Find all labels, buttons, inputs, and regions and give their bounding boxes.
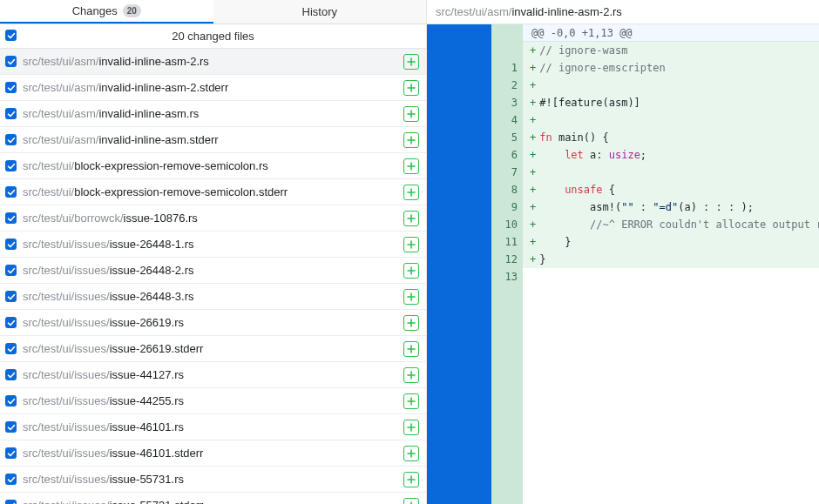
file-path: src/test/ui/issues/issue-44255.rs bbox=[23, 394, 397, 407]
file-path: src/test/ui/asm/invalid-inline-asm.stder… bbox=[23, 133, 397, 146]
line-number: 2 bbox=[491, 77, 523, 94]
file-row[interactable]: src/test/ui/issues/issue-26448-3.rs bbox=[0, 284, 426, 310]
file-row[interactable]: src/test/ui/issues/issue-26448-2.rs bbox=[0, 258, 426, 284]
file-row[interactable]: src/test/ui/issues/issue-46101.stderr bbox=[0, 440, 426, 467]
tab-changes[interactable]: Changes 20 bbox=[0, 0, 213, 24]
file-row[interactable]: src/test/ui/asm/invalid-inline-asm.stder… bbox=[0, 127, 426, 153]
added-file-icon bbox=[403, 393, 419, 409]
file-path: src/test/ui/asm/invalid-inline-asm-2.std… bbox=[23, 81, 397, 94]
line-number: 4 bbox=[491, 111, 523, 129]
tabs: Changes 20 History bbox=[0, 0, 426, 24]
summary-row: 20 changed files bbox=[0, 24, 426, 49]
file-checkbox[interactable] bbox=[5, 317, 17, 328]
line-number: 13 bbox=[491, 268, 523, 286]
added-file-icon bbox=[403, 106, 419, 122]
file-checkbox[interactable] bbox=[5, 186, 17, 198]
file-checkbox[interactable] bbox=[5, 447, 17, 459]
summary-text: 20 changed files bbox=[172, 30, 254, 43]
old-line-gutter bbox=[427, 24, 460, 504]
file-row[interactable]: src/test/ui/borrowck/issue-10876.rs bbox=[0, 205, 426, 232]
tab-history[interactable]: History bbox=[213, 0, 427, 24]
diff-line-added: + unsafe { bbox=[523, 181, 819, 198]
file-path: src/test/ui/asm/invalid-inline-asm-2.rs bbox=[23, 55, 397, 68]
file-checkbox[interactable] bbox=[5, 108, 17, 119]
file-checkbox[interactable] bbox=[5, 291, 17, 302]
select-all-checkbox[interactable] bbox=[5, 30, 17, 41]
file-row[interactable]: src/test/ui/issues/issue-26619.rs bbox=[0, 310, 426, 336]
file-path: src/test/ui/asm/invalid-inline-asm.rs bbox=[23, 107, 397, 120]
diff-view[interactable]: 12345678910111213 @@ -0,0 +1,13 @@+// ig… bbox=[427, 24, 819, 504]
file-row[interactable]: src/test/ui/asm/invalid-inline-asm-2.rs bbox=[0, 49, 426, 75]
added-file-icon bbox=[403, 315, 419, 331]
file-row[interactable]: src/test/ui/block-expression-remove-semi… bbox=[0, 153, 426, 179]
added-file-icon bbox=[403, 211, 419, 226]
added-file-icon bbox=[403, 237, 419, 252]
diff-line-added: + bbox=[523, 164, 819, 181]
open-file-dir: src/test/ui/asm/ bbox=[436, 5, 511, 18]
line-number: 11 bbox=[491, 233, 523, 251]
file-path: src/test/ui/issues/issue-26448-3.rs bbox=[23, 290, 397, 303]
file-path: src/test/ui/issues/issue-46101.stderr bbox=[23, 447, 397, 460]
file-checkbox[interactable] bbox=[5, 369, 17, 380]
diff-line-added: + asm!("" : "=d"(a) : : : ); bbox=[523, 198, 819, 216]
added-file-icon bbox=[403, 158, 419, 174]
diff-line-added: + bbox=[523, 111, 819, 129]
line-number: 7 bbox=[491, 164, 523, 181]
file-checkbox[interactable] bbox=[5, 56, 17, 67]
added-file-icon bbox=[403, 498, 419, 505]
line-number: 10 bbox=[491, 216, 523, 233]
file-path: src/test/ui/issues/issue-26619.rs bbox=[23, 316, 397, 329]
diff-line-added: + } bbox=[523, 233, 819, 251]
file-row[interactable]: src/test/ui/issues/issue-55731.rs bbox=[0, 467, 426, 493]
diff-line-added: +fn main() { bbox=[523, 129, 819, 146]
file-path: src/test/ui/issues/issue-26619.stderr bbox=[23, 342, 397, 355]
file-path: src/test/ui/issues/issue-55731.rs bbox=[23, 473, 397, 486]
diff-line-added: +// ignore-wasm bbox=[523, 42, 819, 59]
open-file-path: src/test/ui/asm/invalid-inline-asm-2.rs bbox=[427, 0, 819, 24]
file-checkbox[interactable] bbox=[5, 265, 17, 276]
file-path: src/test/ui/borrowck/issue-10876.rs bbox=[23, 212, 397, 225]
file-checkbox[interactable] bbox=[5, 82, 17, 93]
file-checkbox[interactable] bbox=[5, 239, 17, 250]
file-checkbox[interactable] bbox=[5, 421, 17, 433]
line-number: 5 bbox=[491, 129, 523, 146]
diff-line-added: + let a: usize; bbox=[523, 146, 819, 164]
diff-line-added: + //~^ ERROR couldn't allocate output re… bbox=[523, 216, 819, 233]
file-row[interactable]: src/test/ui/issues/issue-55731.stderr bbox=[0, 493, 426, 504]
file-list[interactable]: src/test/ui/asm/invalid-inline-asm-2.rss… bbox=[0, 49, 426, 504]
file-checkbox[interactable] bbox=[5, 474, 17, 485]
file-row[interactable]: src/test/ui/block-expression-remove-semi… bbox=[0, 179, 426, 205]
new-line-numbers: 12345678910111213 bbox=[491, 24, 523, 504]
file-path: src/test/ui/block-expression-remove-semi… bbox=[23, 159, 397, 172]
open-file-name: invalid-inline-asm-2.rs bbox=[511, 5, 621, 18]
added-file-icon bbox=[403, 185, 419, 200]
file-row[interactable]: src/test/ui/issues/issue-26619.stderr bbox=[0, 336, 426, 362]
file-path: src/test/ui/issues/issue-46101.rs bbox=[23, 420, 397, 433]
file-checkbox[interactable] bbox=[5, 395, 17, 407]
file-row[interactable]: src/test/ui/issues/issue-44127.rs bbox=[0, 362, 426, 388]
added-file-icon bbox=[403, 289, 419, 305]
added-file-icon bbox=[403, 367, 419, 383]
file-checkbox[interactable] bbox=[5, 134, 17, 145]
file-row[interactable]: src/test/ui/issues/issue-46101.rs bbox=[0, 414, 426, 440]
diff-line-added: +} bbox=[523, 251, 819, 268]
file-checkbox[interactable] bbox=[5, 212, 17, 224]
diff-line-added: +#![feature(asm)] bbox=[523, 94, 819, 111]
tab-changes-label: Changes bbox=[72, 4, 118, 17]
file-path: src/test/ui/issues/issue-55731.stderr bbox=[23, 499, 397, 504]
file-row[interactable]: src/test/ui/issues/issue-44255.rs bbox=[0, 388, 426, 414]
file-checkbox[interactable] bbox=[5, 500, 17, 504]
file-row[interactable]: src/test/ui/asm/invalid-inline-asm-2.std… bbox=[0, 75, 426, 101]
file-row[interactable]: src/test/ui/issues/issue-26448-1.rs bbox=[0, 232, 426, 258]
file-row[interactable]: src/test/ui/asm/invalid-inline-asm.rs bbox=[0, 101, 426, 127]
file-path: src/test/ui/block-expression-remove-semi… bbox=[23, 185, 397, 198]
hunk-header: @@ -0,0 +1,13 @@ bbox=[523, 24, 819, 42]
file-checkbox[interactable] bbox=[5, 343, 17, 354]
line-number: 6 bbox=[491, 146, 523, 164]
file-checkbox[interactable] bbox=[5, 160, 17, 171]
added-file-icon bbox=[403, 420, 419, 435]
added-file-icon bbox=[403, 446, 419, 461]
tab-history-label: History bbox=[302, 5, 337, 18]
line-number: 8 bbox=[491, 181, 523, 198]
added-file-icon bbox=[403, 341, 419, 357]
